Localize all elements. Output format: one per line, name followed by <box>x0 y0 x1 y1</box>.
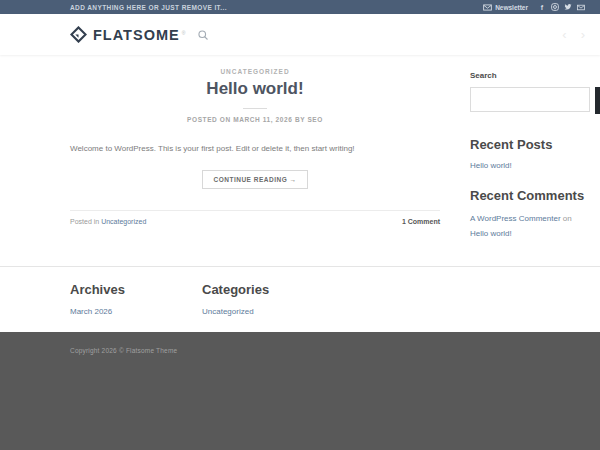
footer-widgets: Archives March 2026 Categories Uncategor… <box>0 266 600 332</box>
instagram-icon[interactable] <box>551 3 559 11</box>
categories-title: Categories <box>202 282 334 297</box>
archives-widget: Archives March 2026 <box>70 282 202 318</box>
site-header: FLATSOME ® ‹ › <box>0 14 600 55</box>
topbar: ADD ANYTHING HERE OR JUST REMOVE IT... N… <box>0 0 600 14</box>
post-excerpt: Welcome to WordPress. This is your first… <box>70 143 440 155</box>
site-logo[interactable]: FLATSOME ® <box>70 26 185 43</box>
topbar-right: Newsletter f <box>483 3 585 11</box>
recent-posts-title: Recent Posts <box>470 137 600 152</box>
posted-in: Posted in Uncategorized <box>70 218 146 225</box>
header-arrows: ‹ › <box>562 28 585 41</box>
continue-reading-button[interactable]: CONTINUE READING → <box>202 170 307 189</box>
commenter-link[interactable]: A WordPress Commenter <box>470 214 561 223</box>
envelope-icon <box>483 4 492 11</box>
categories-widget: Categories Uncategorized <box>202 282 334 318</box>
search-input[interactable] <box>470 87 590 112</box>
twitter-icon[interactable] <box>564 3 572 11</box>
social-icons: f <box>538 3 585 11</box>
post-category[interactable]: UNCATEGORIZED <box>70 68 440 75</box>
page: ADD ANYTHING HERE OR JUST REMOVE IT... N… <box>0 0 600 450</box>
recent-post-link[interactable]: Hello world! <box>470 161 512 170</box>
newsletter-label: Newsletter <box>495 4 528 11</box>
comments-link[interactable]: 1 Comment <box>402 218 440 225</box>
post-meta: POSTED ON MARCH 11, 2026 BY SEO <box>70 116 440 123</box>
next-arrow[interactable]: › <box>581 28 585 41</box>
recent-comment-item: A WordPress Commenter on Hello world! <box>470 211 600 241</box>
main-content: UNCATEGORIZED Hello world! POSTED ON MAR… <box>0 55 600 266</box>
prev-arrow[interactable]: ‹ <box>562 28 566 41</box>
search-widget-title: Search <box>470 71 600 80</box>
facebook-icon[interactable]: f <box>538 3 546 11</box>
search-form: Search <box>470 87 600 114</box>
newsletter-link[interactable]: Newsletter <box>483 4 528 11</box>
email-icon[interactable] <box>577 3 585 11</box>
logo-text: FLATSOME <box>93 27 180 43</box>
archives-title: Archives <box>70 282 202 297</box>
comment-connector: on <box>563 214 572 223</box>
posted-in-category-link[interactable]: Uncategorized <box>101 218 146 225</box>
post-title[interactable]: Hello world! <box>70 79 440 99</box>
post-footer: Posted in Uncategorized 1 Comment <box>70 210 440 225</box>
archive-link[interactable]: March 2026 <box>70 307 112 316</box>
title-divider <box>243 108 267 109</box>
posted-in-label: Posted in <box>70 218 99 225</box>
flatsome-gem-icon <box>70 26 87 43</box>
search-button[interactable]: Search <box>595 87 600 114</box>
commented-post-link[interactable]: Hello world! <box>470 229 512 238</box>
blog-post: UNCATEGORIZED Hello world! POSTED ON MAR… <box>70 55 440 241</box>
absolute-footer: Copyright 2026 © Flatsome Theme <box>0 332 600 450</box>
registered-mark: ® <box>182 30 186 36</box>
search-icon[interactable] <box>197 29 209 41</box>
category-link[interactable]: Uncategorized <box>202 307 254 316</box>
copyright-text: Copyright 2026 © Flatsome Theme <box>70 347 177 354</box>
sidebar: Search Search Recent Posts Hello world! … <box>470 55 600 241</box>
recent-comments-title: Recent Comments <box>470 188 600 203</box>
topbar-message: ADD ANYTHING HERE OR JUST REMOVE IT... <box>70 4 227 11</box>
